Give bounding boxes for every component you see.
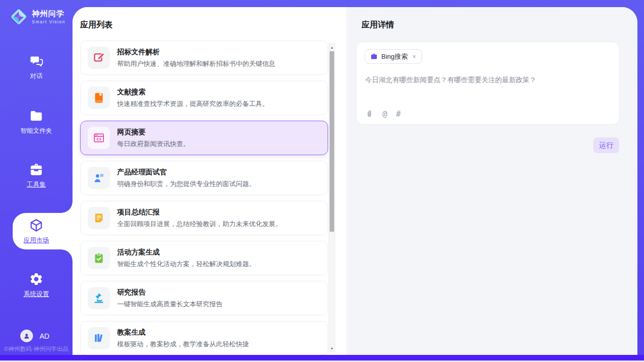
app-card[interactable]: 教案生成模板驱动，教案秒成，教学准备从此轻松快捷 — [80, 321, 328, 355]
app-card-description: 一键智能生成高质量长文本研究报告 — [117, 300, 223, 309]
sidebar-item-label: 系统设置 — [24, 290, 49, 299]
bottom-bar — [0, 355, 644, 360]
app-card-title: 教案生成 — [117, 328, 249, 337]
app-details-title: 应用详情 — [362, 20, 394, 30]
app-card-description: 快速精准查找学术资源，提高研究效率的必备工具。 — [117, 99, 269, 108]
app-card-title: 产品经理面试官 — [117, 168, 256, 177]
gear-icon — [29, 272, 44, 286]
user-row[interactable]: AD — [20, 330, 49, 342]
sidebar-item-chat[interactable]: 对话 — [0, 54, 73, 81]
brand-subtitle: Smart Vision — [32, 19, 65, 24]
app-card-description: 明确身份和职责，为您提供专业性的面试问题。 — [117, 179, 256, 189]
paperclip-icon[interactable] — [365, 110, 374, 118]
scrollbar-up-arrow-icon[interactable]: ▲ — [329, 44, 335, 51]
diamond-logo-icon — [9, 7, 28, 26]
app-details-panel: 应用详情 Bing搜索 × 今日湖北有哪些新闻要点？有哪些需要关注的最新政策？ … — [346, 7, 637, 355]
sidebar-item-label: 工具集 — [27, 180, 46, 189]
app-card-title: 网页摘要 — [117, 128, 190, 137]
footer-credit: ©神州数码·神州问学出品 — [4, 345, 68, 353]
sidebar-item-label: 智能文件夹 — [20, 127, 52, 135]
hash-icon[interactable]: # — [396, 110, 401, 118]
sidebar-item-smart-folder[interactable]: 智能文件夹 — [0, 108, 73, 135]
sidebar-item-label: 应用市场 — [24, 236, 49, 245]
app-card-title: 项目总结汇报 — [117, 208, 282, 217]
sidebar-item-label: 对话 — [30, 72, 43, 81]
composer-card: Bing搜索 × 今日湖北有哪些新闻要点？有哪些需要关注的最新政策？ @# — [356, 42, 620, 125]
sidebar-item-settings[interactable]: 系统设置 — [0, 272, 73, 299]
cube-icon — [29, 218, 44, 233]
app-card-description: 全面回顾项目进展，总结经验教训，助力未来优化发展。 — [117, 220, 282, 229]
interviewer-icon — [88, 167, 110, 189]
tool-tag-bing-search[interactable]: Bing搜索 × — [365, 49, 422, 64]
app-list-panel: 应用列表 招标文件解析帮助用户快速、准确地理解和解析招标书中的关键信息文献搜索快… — [73, 7, 346, 355]
close-icon[interactable]: × — [412, 53, 416, 60]
webpage-code-icon — [88, 127, 110, 149]
list-scrollbar[interactable]: ▲ ▼ — [329, 43, 335, 352]
prompt-input[interactable]: 今日湖北有哪些新闻要点？有哪些需要关注的最新政策？ — [365, 76, 612, 85]
edit-document-icon — [88, 47, 110, 69]
composer-toolbar: @# — [365, 110, 401, 118]
app-card-title: 活动方案生成 — [117, 248, 256, 257]
app-card-description: 帮助用户快速、准确地理解和解析招标书中的关键信息 — [117, 59, 275, 68]
sidebar-item-toolset[interactable]: 工具集 — [0, 162, 73, 189]
note-icon — [88, 207, 110, 229]
app-card[interactable]: 研究报告一键智能生成高质量长文本研究报告 — [80, 281, 328, 315]
run-button[interactable]: 运行 — [593, 137, 619, 153]
at-icon[interactable]: @ — [382, 110, 387, 118]
app-card[interactable]: 文献搜索快速精准查找学术资源，提高研究效率的必备工具。 — [80, 81, 328, 115]
chat-icon — [29, 54, 44, 68]
main-window: 应用列表 招标文件解析帮助用户快速、准确地理解和解析招标书中的关键信息文献搜索快… — [73, 7, 637, 355]
scrollbar-thumb[interactable] — [330, 51, 334, 232]
brand-logo: 神州问学 Smart Vision — [9, 7, 65, 26]
user-avatar-icon — [20, 330, 33, 342]
user-name: AD — [40, 332, 49, 340]
app-list-title: 应用列表 — [80, 20, 113, 30]
app-card[interactable]: 活动方案生成智能生成个性化活动方案，轻松解决规划难题。 — [80, 241, 328, 275]
app-card[interactable]: 招标文件解析帮助用户快速、准确地理解和解析招标书中的关键信息 — [80, 41, 328, 75]
brand-name: 神州问学 — [32, 9, 65, 19]
books-icon — [88, 327, 110, 349]
app-card[interactable]: 网页摘要每日政府新闻资讯快查。 — [80, 121, 328, 155]
toolbox-icon — [29, 162, 44, 177]
app-card-title: 研究报告 — [117, 288, 223, 297]
microscope-icon — [88, 287, 110, 309]
app-card-description: 智能生成个性化活动方案，轻松解决规划难题。 — [117, 260, 256, 269]
sidebar-item-app-market[interactable]: 应用市场 — [0, 218, 73, 245]
app-card-description: 模板驱动，教案秒成，教学准备从此轻松快捷 — [117, 340, 249, 349]
app-card[interactable]: 产品经理面试官明确身份和职责，为您提供专业性的面试问题。 — [80, 161, 328, 195]
clipboard-check-icon — [88, 247, 110, 269]
app-card[interactable]: 项目总结汇报全面回顾项目进展，总结经验教训，助力未来优化发展。 — [80, 201, 328, 235]
app-root: 神州问学 Smart Vision 对话智能文件夹工具集应用市场系统设置 AD … — [0, 0, 644, 362]
briefcase-icon — [370, 53, 378, 60]
app-card-title: 招标文件解析 — [117, 48, 275, 57]
folder-icon — [29, 108, 44, 123]
book-icon — [88, 87, 110, 109]
sidebar: 神州问学 Smart Vision 对话智能文件夹工具集应用市场系统设置 AD … — [0, 0, 73, 355]
tool-tag-label: Bing搜索 — [381, 52, 408, 61]
app-card-description: 每日政府新闻资讯快查。 — [117, 139, 190, 149]
scrollbar-down-arrow-icon[interactable]: ▼ — [329, 345, 335, 352]
app-card-list: 招标文件解析帮助用户快速、准确地理解和解析招标书中的关键信息文献搜索快速精准查找… — [80, 41, 328, 355]
app-card-title: 文献搜索 — [117, 88, 269, 97]
